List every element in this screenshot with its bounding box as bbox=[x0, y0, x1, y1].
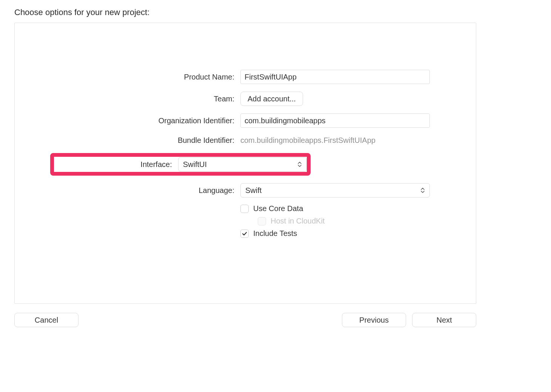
include-tests-label: Include Tests bbox=[253, 229, 297, 238]
product-name-label: Product Name: bbox=[61, 73, 234, 81]
product-name-input[interactable] bbox=[240, 70, 430, 84]
org-identifier-input[interactable] bbox=[240, 113, 430, 128]
include-tests-checkbox[interactable] bbox=[240, 230, 249, 238]
dialog-title: Choose options for your new project: bbox=[14, 8, 476, 17]
use-core-data-checkbox[interactable] bbox=[240, 205, 249, 213]
host-cloudkit-label: Host in CloudKit bbox=[271, 217, 325, 225]
bundle-identifier-value: com.buildingmobileapps.FirstSwiftUIApp bbox=[240, 135, 430, 145]
checkbox-group: Use Core Data Host in CloudKit Include T… bbox=[240, 204, 430, 238]
team-label: Team: bbox=[61, 95, 234, 103]
interface-label: Interface: bbox=[61, 160, 172, 169]
button-bar: Cancel Previous Next bbox=[14, 313, 476, 327]
interface-row-highlight: Interface: SwiftUI bbox=[50, 153, 311, 176]
options-form: Product Name: Team: Add account... Organ… bbox=[61, 70, 430, 238]
chevron-up-down-icon bbox=[420, 187, 425, 193]
host-cloudkit-row: Host in CloudKit bbox=[240, 217, 430, 225]
bundle-identifier-label: Bundle Identifier: bbox=[61, 136, 234, 145]
language-popup[interactable]: Swift bbox=[240, 183, 430, 198]
previous-button[interactable]: Previous bbox=[342, 313, 406, 327]
language-value: Swift bbox=[245, 186, 262, 195]
check-icon bbox=[242, 231, 248, 237]
interface-popup[interactable]: SwiftUI bbox=[178, 157, 307, 172]
cancel-button[interactable]: Cancel bbox=[14, 313, 78, 327]
include-tests-row: Include Tests bbox=[240, 229, 430, 238]
chevron-up-down-icon bbox=[297, 161, 302, 167]
interface-value: SwiftUI bbox=[183, 160, 207, 169]
org-identifier-label: Organization Identifier: bbox=[61, 116, 234, 125]
language-label: Language: bbox=[61, 186, 234, 195]
use-core-data-label: Use Core Data bbox=[253, 204, 303, 213]
next-button[interactable]: Next bbox=[412, 313, 476, 327]
options-panel: Product Name: Team: Add account... Organ… bbox=[14, 23, 476, 304]
use-core-data-row: Use Core Data bbox=[240, 204, 430, 213]
host-cloudkit-checkbox bbox=[258, 217, 266, 225]
add-account-button[interactable]: Add account... bbox=[240, 92, 303, 106]
